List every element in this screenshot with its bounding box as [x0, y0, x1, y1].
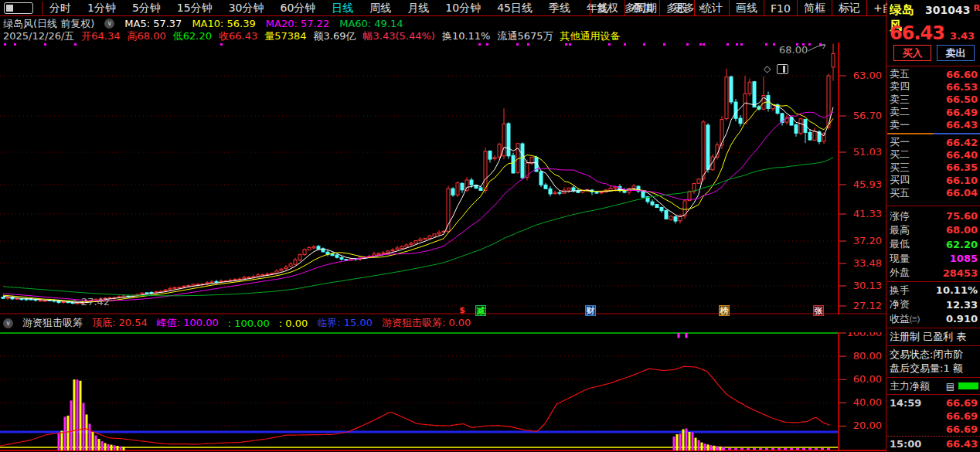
info-bar: 绿岛风(日线 前复权) ∨ MA5: 57.37MA10: 56.39MA20:… [3, 17, 884, 30]
bid-row-4[interactable]: 买四66.10 [887, 174, 980, 186]
indicator-chart[interactable]: 100.0080.0060.0040.0020.00 [0, 332, 886, 452]
ohlc-segment: 换10.11% [442, 30, 491, 42]
menu-item-叠加[interactable]: 叠加 [624, 0, 659, 16]
chart-corner-tools: ◇ [764, 63, 788, 74]
stat-净资[interactable]: 净资12.33 [887, 298, 980, 311]
chart-style-toggle-icon[interactable] [777, 64, 788, 74]
status-text: 盘后交易量:1 额 [890, 362, 963, 376]
menu-item-简框[interactable]: 简框 [797, 0, 832, 16]
menu-item-分时[interactable]: 分时 [49, 2, 71, 15]
menu-item-画线[interactable]: 画线 [729, 0, 764, 16]
bid-row-1[interactable]: 买一66.42 [887, 136, 980, 148]
svg-text:100.00: 100.00 [847, 332, 883, 338]
svg-text:56.70: 56.70 [853, 110, 882, 121]
tick-separator [887, 436, 980, 437]
stat-换手[interactable]: 换手10.11% [887, 284, 980, 297]
menu-item-5分钟[interactable]: 5分钟 [132, 2, 161, 15]
row-value: 66.40 [946, 149, 978, 161]
menu-item-多股[interactable]: 多股 [659, 0, 694, 16]
menu-item-45日线[interactable]: 45日线 [497, 2, 533, 15]
menu-item-统计[interactable]: 统计 [694, 0, 729, 16]
main-flow-row[interactable]: 主力净额▤ [887, 379, 980, 393]
menu-item-15分钟[interactable]: 15分钟 [177, 2, 213, 15]
sell-button[interactable]: 卖出 [937, 45, 975, 61]
menu-item-60分钟[interactable]: 60分钟 [281, 2, 316, 15]
ohlc-segment: 额3.69亿 [314, 30, 356, 42]
quote-panel: 绿岛风 301043 R 66.43 3.43 5.44% 买入 卖出 卖五66… [887, 0, 980, 452]
menu-item-日线[interactable]: 日线 [332, 2, 353, 15]
high-price-annotation: 68.00 [779, 44, 808, 56]
ohlc-segment: 流通5675万 [497, 30, 553, 42]
flow-bar [958, 382, 978, 389]
ask-row-4[interactable]: 卖四66.53 [887, 80, 980, 93]
menu-item-月线[interactable]: 月线 [407, 2, 429, 15]
tick-price: 66.69 [946, 410, 978, 422]
row-value: 66.04 [946, 187, 978, 199]
row-value: 68.00 [946, 224, 978, 236]
indicator-header: ∨ 游资狙击吸筹 顶底: 20.54峰值: 100.00: 100.00: 0.… [0, 314, 839, 331]
row-value: 66.10 [946, 175, 978, 186]
row-label: 卖二 [890, 105, 910, 119]
indicator-value: 顶底: 20.54 [92, 316, 148, 330]
panel-separator [887, 206, 980, 206]
menu-item-10分钟[interactable]: 10分钟 [445, 2, 481, 15]
bid-row-2[interactable]: 买二66.40 [887, 148, 980, 161]
row-value: 66.43 [946, 119, 978, 131]
row-label: 最低 [890, 237, 910, 251]
tick-price: 66.43 [946, 438, 978, 450]
list-icon[interactable]: ▤ [946, 381, 954, 392]
bid-row-3[interactable]: 买三66.35 [887, 161, 980, 174]
stat-涨停[interactable]: 涨停75.60 [887, 209, 980, 223]
menu-item-复权[interactable]: 复权 [590, 0, 624, 16]
stock-code: 301043 [925, 4, 970, 16]
indicator-name: 游资狙击吸筹 [22, 316, 83, 330]
event-marker-财[interactable]: 财 [585, 305, 596, 316]
buy-button[interactable]: 买入 [893, 45, 931, 61]
menu-item-标记[interactable]: 标记 [832, 0, 866, 16]
row-label: 换手 [890, 284, 910, 297]
window-layout-icon[interactable] [4, 2, 33, 14]
ask-row-1[interactable]: 卖一66.43 [887, 119, 980, 131]
chart-title: 绿岛风(日线 前复权) [3, 17, 94, 30]
stat-最低[interactable]: 最低62.20 [887, 238, 980, 251]
ohlc-segment: 高68.00 [128, 30, 166, 42]
menu-item-30分钟[interactable]: 30分钟 [229, 2, 264, 15]
indicator-value: 临界: 15.00 [317, 316, 373, 330]
menu-item-F10[interactable]: F10 [764, 0, 797, 16]
svg-text:30.13: 30.13 [853, 280, 882, 291]
menu-item-周线[interactable]: 周线 [369, 2, 391, 15]
status-line: 交易状态:闭市阶 [887, 348, 980, 361]
ask-row-3[interactable]: 卖三66.50 [887, 93, 980, 106]
svg-text:51.03: 51.03 [853, 146, 882, 158]
ask-row-5[interactable]: 卖五66.60 [887, 68, 980, 80]
row-label: 净资 [890, 297, 910, 311]
stat-外盘[interactable]: 外盘28453 [887, 267, 980, 280]
row-label: 涨停 [890, 209, 910, 223]
row-label: 卖一 [890, 118, 910, 132]
event-marker-榜[interactable]: 榜 [719, 305, 730, 316]
event-marker-$[interactable]: $ [457, 305, 468, 316]
row-label: 卖四 [890, 80, 910, 93]
bid-row-5[interactable]: 买五66.04 [887, 187, 980, 199]
main-candlestick-chart[interactable]: 63.0056.7051.0345.9341.3337.2033.4830.13… [0, 42, 886, 314]
svg-text:20.00: 20.00 [853, 420, 882, 431]
panel-separator [934, 133, 980, 134]
ohlc-segment: 其他通用设备 [560, 30, 621, 42]
chevron-down-icon[interactable]: ∨ [3, 318, 13, 328]
stat-最高[interactable]: 最高68.00 [887, 223, 980, 236]
event-marker-张[interactable]: 张 [813, 305, 824, 316]
stat-现量[interactable]: 现量1085 [887, 252, 980, 265]
panel-separator [887, 66, 980, 66]
menu-item-季线[interactable]: 季线 [549, 2, 570, 15]
ohlc-segment: 2025/12/26/五 [3, 30, 74, 42]
diamond-icon[interactable]: ◇ [764, 63, 771, 74]
stat-收益㈢[interactable]: 收益㈢0.910 [887, 312, 980, 325]
event-marker-减[interactable]: 减 [475, 305, 486, 316]
ma-value: MA5: 57.37 [124, 18, 182, 29]
row-value: 66.49 [946, 107, 978, 118]
row-label: 卖五 [890, 67, 910, 81]
ask-row-2[interactable]: 卖二66.49 [887, 106, 980, 118]
chevron-down-icon[interactable]: ∨ [104, 19, 114, 29]
menu-item-1分钟[interactable]: 1分钟 [87, 2, 116, 15]
trade-tick-row: 14:5966.69 [887, 396, 980, 409]
